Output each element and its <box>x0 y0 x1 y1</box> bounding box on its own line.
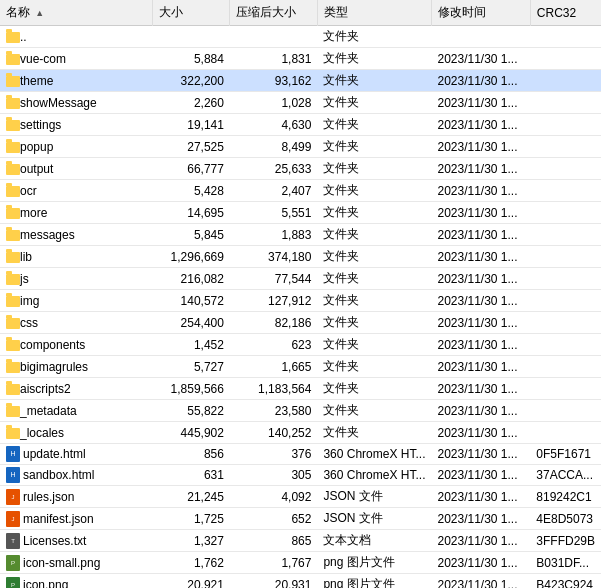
file-modified: 2023/11/30 1... <box>431 70 530 92</box>
header-size[interactable]: 大小 <box>152 0 230 26</box>
file-name-cell: _metadata <box>0 400 152 422</box>
table-row[interactable]: components1,452623文件夹2023/11/30 1... <box>0 334 601 356</box>
file-size: 2,260 <box>152 92 230 114</box>
file-manager-container[interactable]: 名称 ▲ 大小 压缩后大小 类型 修改时间 CRC32 <box>0 0 601 588</box>
file-name: img <box>20 294 39 308</box>
table-row[interactable]: lib1,296,669374,180文件夹2023/11/30 1... <box>0 246 601 268</box>
png-small-icon: P <box>6 555 20 571</box>
table-row[interactable]: ..文件夹 <box>0 26 601 48</box>
folder-icon <box>6 428 20 439</box>
folder-icon <box>6 186 20 197</box>
header-name[interactable]: 名称 ▲ <box>0 0 152 26</box>
header-compressed[interactable]: 压缩后大小 <box>230 0 317 26</box>
file-size: 20,921 <box>152 574 230 589</box>
table-row[interactable]: more14,6955,551文件夹2023/11/30 1... <box>0 202 601 224</box>
file-name-cell: Hupdate.html <box>0 444 152 465</box>
table-row[interactable]: aiscripts21,859,5661,183,564文件夹2023/11/3… <box>0 378 601 400</box>
file-compressed-size: 1,183,564 <box>230 378 317 400</box>
file-type: 文件夹 <box>317 158 431 180</box>
folder-icon <box>6 120 20 131</box>
file-crc <box>530 334 601 356</box>
header-type[interactable]: 类型 <box>317 0 431 26</box>
file-name: components <box>20 338 85 352</box>
file-name: _metadata <box>20 404 77 418</box>
table-row[interactable]: js216,08277,544文件夹2023/11/30 1... <box>0 268 601 290</box>
file-name-cell: bigimagrules <box>0 356 152 378</box>
table-row[interactable]: _metadata55,82223,580文件夹2023/11/30 1... <box>0 400 601 422</box>
file-name: settings <box>20 118 61 132</box>
folder-icon <box>6 296 20 307</box>
table-row[interactable]: css254,40082,186文件夹2023/11/30 1... <box>0 312 601 334</box>
file-crc <box>530 378 601 400</box>
table-row[interactable]: theme322,20093,162文件夹2023/11/30 1... <box>0 70 601 92</box>
folder-icon <box>6 230 20 241</box>
table-row[interactable]: showMessage2,2601,028文件夹2023/11/30 1... <box>0 92 601 114</box>
file-crc <box>530 422 601 444</box>
table-row[interactable]: img140,572127,912文件夹2023/11/30 1... <box>0 290 601 312</box>
file-type: 文件夹 <box>317 114 431 136</box>
file-name: sandbox.html <box>23 468 94 482</box>
file-crc: 3FFFD29B <box>530 530 601 552</box>
table-row[interactable]: bigimagrules5,7271,665文件夹2023/11/30 1... <box>0 356 601 378</box>
file-type: 文件夹 <box>317 356 431 378</box>
file-type: 360 ChromeX HT... <box>317 465 431 486</box>
table-row[interactable]: messages5,8451,883文件夹2023/11/30 1... <box>0 224 601 246</box>
file-name-cell: aiscripts2 <box>0 378 152 400</box>
file-compressed-size: 25,633 <box>230 158 317 180</box>
file-compressed-size: 623 <box>230 334 317 356</box>
table-row[interactable]: Picon.png20,92120,931png 图片文件2023/11/30 … <box>0 574 601 589</box>
header-crc[interactable]: CRC32 <box>530 0 601 26</box>
file-crc <box>530 70 601 92</box>
file-type: 文件夹 <box>317 136 431 158</box>
file-compressed-size: 23,580 <box>230 400 317 422</box>
file-type: png 图片文件 <box>317 574 431 589</box>
file-compressed-size: 374,180 <box>230 246 317 268</box>
table-row[interactable]: Hsandbox.html631305360 ChromeX HT...2023… <box>0 465 601 486</box>
header-modified[interactable]: 修改时间 <box>431 0 530 26</box>
file-crc: B031DF... <box>530 552 601 574</box>
file-name: bigimagrules <box>20 360 88 374</box>
json-icon: J <box>6 511 20 527</box>
file-size: 5,727 <box>152 356 230 378</box>
file-name: more <box>20 206 47 220</box>
file-compressed-size: 1,028 <box>230 92 317 114</box>
file-size: 216,082 <box>152 268 230 290</box>
table-row[interactable]: Hupdate.html856376360 ChromeX HT...2023/… <box>0 444 601 465</box>
table-row[interactable]: Picon-small.png1,7621,767png 图片文件2023/11… <box>0 552 601 574</box>
file-name: update.html <box>23 447 86 461</box>
table-row[interactable]: settings19,1414,630文件夹2023/11/30 1... <box>0 114 601 136</box>
table-row[interactable]: Jmanifest.json1,725652JSON 文件2023/11/30 … <box>0 508 601 530</box>
file-compressed-size: 140,252 <box>230 422 317 444</box>
png-icon: P <box>6 577 20 589</box>
file-name-cell: Hsandbox.html <box>0 465 152 486</box>
file-size: 55,822 <box>152 400 230 422</box>
file-compressed-size: 4,092 <box>230 486 317 508</box>
table-row[interactable]: output66,77725,633文件夹2023/11/30 1... <box>0 158 601 180</box>
file-modified: 2023/11/30 1... <box>431 378 530 400</box>
file-type: 文件夹 <box>317 312 431 334</box>
file-type: 文件夹 <box>317 224 431 246</box>
table-row[interactable]: TLicenses.txt1,327865文本文档2023/11/30 1...… <box>0 530 601 552</box>
file-modified: 2023/11/30 1... <box>431 508 530 530</box>
file-modified: 2023/11/30 1... <box>431 202 530 224</box>
file-name: icon-small.png <box>23 556 100 570</box>
file-size: 1,725 <box>152 508 230 530</box>
file-name: manifest.json <box>23 512 94 526</box>
file-type: 文件夹 <box>317 422 431 444</box>
file-compressed-size: 305 <box>230 465 317 486</box>
table-row[interactable]: _locales445,902140,252文件夹2023/11/30 1... <box>0 422 601 444</box>
table-row[interactable]: ocr5,4282,407文件夹2023/11/30 1... <box>0 180 601 202</box>
folder-icon <box>6 142 20 153</box>
file-modified: 2023/11/30 1... <box>431 574 530 589</box>
table-row[interactable]: vue-com5,8841,831文件夹2023/11/30 1... <box>0 48 601 70</box>
table-row[interactable]: popup27,5258,499文件夹2023/11/30 1... <box>0 136 601 158</box>
file-compressed-size: 20,931 <box>230 574 317 589</box>
file-size: 1,452 <box>152 334 230 356</box>
file-compressed-size: 1,665 <box>230 356 317 378</box>
file-name: _locales <box>20 426 64 440</box>
file-type: 文件夹 <box>317 334 431 356</box>
file-size: 856 <box>152 444 230 465</box>
file-name: vue-com <box>20 52 66 66</box>
table-row[interactable]: Jrules.json21,2454,092JSON 文件2023/11/30 … <box>0 486 601 508</box>
file-modified: 2023/11/30 1... <box>431 246 530 268</box>
